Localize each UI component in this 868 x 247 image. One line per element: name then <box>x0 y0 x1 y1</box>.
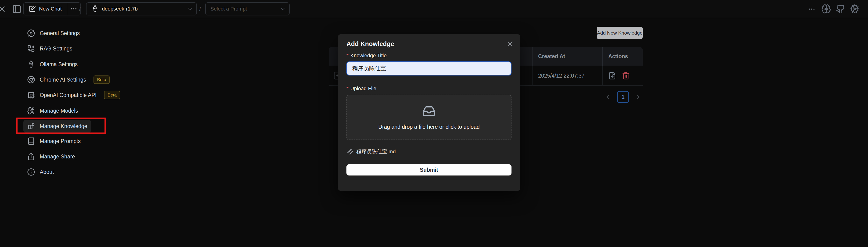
app-root: New Chat / deepseek-r1:7b / Select a Pro… <box>0 0 868 247</box>
orbit-icon <box>27 29 35 37</box>
chat-more-options-button[interactable] <box>67 3 81 15</box>
table-header-actions: Actions <box>602 47 643 66</box>
sidebar-item-about[interactable]: About <box>23 165 58 179</box>
book-icon <box>27 137 35 145</box>
llama-icon <box>27 60 35 68</box>
paperclip-icon <box>347 149 353 155</box>
sidebar-item-manage-share[interactable]: Manage Share <box>23 150 79 163</box>
brain-cog-icon[interactable] <box>821 4 831 14</box>
sidebar-item-rag-settings[interactable]: RAG Settings <box>23 42 76 55</box>
prompt-selector-placeholder: Select a Prompt <box>210 6 247 12</box>
knowledge-title-input[interactable] <box>346 61 512 75</box>
sidebar-item-manage-prompts[interactable]: Manage Prompts <box>23 134 84 148</box>
trash-icon[interactable] <box>622 72 630 80</box>
chevron-left-icon[interactable] <box>604 93 611 100</box>
more-options-icon[interactable] <box>808 5 816 13</box>
llama-icon <box>91 5 99 12</box>
new-chat-label: New Chat <box>39 6 62 12</box>
beta-badge: Beta <box>104 91 120 99</box>
chevron-right-icon[interactable] <box>635 93 642 100</box>
add-new-knowledge-button[interactable]: Add New Knowledge <box>597 27 643 39</box>
info-icon <box>27 168 35 176</box>
pagination-page-1[interactable]: 1 <box>617 91 629 103</box>
attached-file-row[interactable]: 程序员陈仕宝.md <box>347 148 396 155</box>
brain-circuit-icon <box>27 107 35 115</box>
submit-button[interactable]: Submit <box>346 164 512 176</box>
upload-file-label: * Upload File <box>346 86 376 92</box>
square-pen-icon <box>29 5 36 12</box>
github-icon[interactable] <box>836 4 845 13</box>
prompt-selector[interactable]: Select a Prompt <box>205 2 290 16</box>
sidebar-item-manage-models[interactable]: Manage Models <box>23 104 82 117</box>
file-dropzone[interactable]: Drag and drop a file here or click to up… <box>346 95 512 140</box>
sidebar-item-manage-knowledge[interactable]: Manage Knowledge <box>23 120 91 133</box>
upload-hint-text: Drag and drop a file here or click to up… <box>378 124 479 130</box>
inbox-icon <box>423 105 436 118</box>
pagination: 1 <box>604 91 642 103</box>
blocks-icon <box>27 122 35 130</box>
settings-cog-icon[interactable] <box>850 4 860 14</box>
new-chat-button[interactable]: New Chat <box>24 3 67 15</box>
row-created-at: 2025/4/12 22:07:37 <box>532 66 602 85</box>
close-sidebar-icon[interactable] <box>0 4 6 14</box>
chevron-down-icon <box>187 6 193 12</box>
model-selector[interactable]: deepseek-r1:7b <box>86 2 197 16</box>
close-icon[interactable] <box>506 40 514 48</box>
chrome-icon <box>27 76 35 84</box>
breadcrumb-separator: / <box>79 0 81 18</box>
new-chat-button-group: New Chat <box>23 2 81 16</box>
sidebar-item-chrome-ai-settings[interactable]: Chrome AI Settings Beta <box>23 73 113 86</box>
attached-file-name: 程序员陈仕宝.md <box>356 148 396 155</box>
sidebar-item-general-settings[interactable]: General Settings <box>23 27 84 40</box>
table-header-created-at: Created At <box>532 47 602 66</box>
cpu-icon <box>27 91 35 99</box>
add-knowledge-modal: Add Knowledge * Knowledge Title * Upload… <box>338 34 520 191</box>
required-mark: * <box>346 86 348 92</box>
sidebar-item-ollama-settings[interactable]: Ollama Settings <box>23 58 81 71</box>
beta-badge: Beta <box>94 75 110 84</box>
sidebar-item-openai-compatible-api[interactable]: OpenAI Compatible API Beta <box>23 89 124 102</box>
top-bar: New Chat / deepseek-r1:7b / Select a Pro… <box>0 0 868 18</box>
share-icon <box>27 153 35 160</box>
breadcrumb-separator: / <box>199 0 201 18</box>
chevron-down-icon <box>280 6 286 12</box>
panel-left-icon[interactable] <box>12 4 22 14</box>
required-mark: * <box>346 53 348 59</box>
model-selector-value: deepseek-r1:7b <box>102 6 138 12</box>
file-up-icon[interactable] <box>608 72 616 80</box>
replace-icon <box>27 44 35 53</box>
knowledge-title-label: * Knowledge Title <box>346 53 387 59</box>
modal-title: Add Knowledge <box>346 40 394 48</box>
